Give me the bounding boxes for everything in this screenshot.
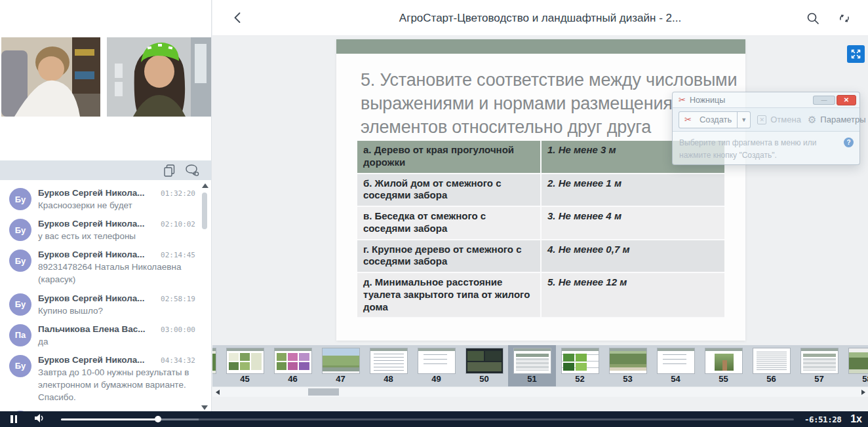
- table-cell-right: 2. Не менее 1 м: [541, 174, 724, 207]
- playback-bar: -6:51:28 1x: [0, 411, 868, 427]
- avatar: Бу: [9, 250, 31, 272]
- chat-text: у вас есть их телефоны: [38, 230, 195, 242]
- chat-message: Бу Бурков Сергей Никола...02:10:02 у вас…: [9, 219, 195, 242]
- slide-number: 53: [623, 375, 632, 383]
- table-cell-left: а. Дерево от края прогулочной дорожки: [357, 141, 541, 174]
- slide-thumbnail-50[interactable]: 50: [460, 345, 508, 386]
- slide-thumbnail[interactable]: [212, 345, 221, 386]
- help-icon[interactable]: ?: [844, 138, 854, 147]
- cancel-x-icon: ✕: [757, 115, 766, 124]
- thumbnail-image: [801, 348, 838, 373]
- filmstrip-scroll-left-icon[interactable]: [216, 390, 220, 395]
- scissors-icon: ✂: [679, 95, 686, 105]
- seek-handle[interactable]: [155, 416, 161, 422]
- sync-button[interactable]: [838, 12, 851, 28]
- filmstrip-scrollbar-thumb[interactable]: [308, 388, 339, 396]
- chat-message-list: Бу Бурков Сергей Никола...01:32:20 Красн…: [0, 181, 199, 411]
- pause-button[interactable]: [10, 415, 17, 423]
- slide-number: 54: [671, 375, 680, 383]
- table-row: а. Дерево от края прогулочной дорожки 1.…: [357, 141, 724, 174]
- chat-timestamp: 02:58:19: [161, 295, 195, 303]
- table-row: г. Крупное дерево от смежного с соседями…: [357, 240, 724, 273]
- avatar: Бу: [9, 293, 31, 316]
- video-feed-right: [107, 37, 211, 117]
- video-feed-left: [1, 37, 100, 117]
- table-cell-left: д. Минимальное расстояние туалета закрыт…: [357, 272, 541, 318]
- slide-thumbnail-53[interactable]: 53: [604, 345, 652, 386]
- chat-author: Бурков Сергей Никола...: [38, 250, 145, 259]
- slide-thumbnail-51-selected[interactable]: 51: [508, 345, 556, 386]
- search-button[interactable]: [806, 12, 819, 28]
- chat-timestamp: 02:14:45: [161, 251, 195, 259]
- chat-author: Бурков Сергей Никола...: [38, 293, 145, 303]
- time-remaining: -6:51:28: [804, 415, 841, 424]
- minimize-button[interactable]: —: [813, 96, 835, 105]
- gear-icon: ⚙: [808, 114, 816, 126]
- slide-thumbnail-56[interactable]: 56: [747, 345, 795, 386]
- options-button[interactable]: ⚙ Параметры: [808, 114, 866, 126]
- table-cell-right: 5. Не менее 12 м: [541, 272, 724, 318]
- documents-icon[interactable]: [164, 164, 175, 177]
- thumbnail-image: [658, 348, 694, 373]
- snipping-tool-titlebar[interactable]: ✂ Ножницы — ✕: [673, 92, 859, 107]
- table-row: д. Минимальное расстояние туалета закрыт…: [357, 272, 724, 318]
- chat-message: Бу Бурков Сергей Никола...01:32:20 Красн…: [9, 188, 195, 212]
- chat-scrollbar[interactable]: [201, 183, 209, 410]
- chat-message: Бу Бурков Сергей Никола...04:34:32 Завтр…: [9, 355, 195, 403]
- thumbnail-image: [275, 348, 311, 373]
- chat-scrollbar-thumb[interactable]: [202, 193, 207, 229]
- slide-thumbnail-46[interactable]: 46: [269, 345, 317, 386]
- pause-icon: [15, 415, 18, 423]
- volume-button[interactable]: [34, 413, 45, 426]
- slide-thumbnail-57[interactable]: 57: [795, 345, 843, 386]
- cancel-snip-button[interactable]: ✕ Отмена: [757, 115, 801, 124]
- slide-thumbnail-45[interactable]: 45: [221, 345, 269, 386]
- chat-timestamp: 03:00:00: [161, 325, 195, 334]
- playback-speed-button[interactable]: 1x: [850, 413, 862, 425]
- slide-thumbnail-52[interactable]: 52: [556, 345, 604, 386]
- chat-author: Бурков Сергей Никола...: [38, 219, 145, 229]
- slide-thumbnail-55[interactable]: 55: [700, 345, 747, 386]
- seek-bar[interactable]: [61, 418, 794, 420]
- thumbnail-image: [466, 348, 503, 373]
- thumbnail-image: [705, 348, 742, 373]
- chat-author: Бурков Сергей Никола...: [38, 355, 145, 365]
- slide-thumbnail-49[interactable]: 49: [412, 345, 460, 386]
- slide-number: 46: [288, 375, 297, 383]
- presentation-slide: 5. Установите соответствие между числовы…: [336, 39, 745, 341]
- slide-filmstrip: 45 46 47 48 49 50 51 52 53 54 55 56 57 5…: [212, 345, 868, 386]
- chat-message: Бу Бурков Сергей Никола...02:14:45 89231…: [9, 250, 195, 286]
- matching-table: а. Дерево от края прогулочной дорожки 1.…: [357, 141, 724, 318]
- slide-number: 49: [431, 375, 441, 383]
- chat-text: Завтра до 10-00 нужны результаты в элект…: [38, 366, 195, 403]
- avatar: Па: [9, 324, 31, 346]
- scroll-up-icon[interactable]: [202, 183, 208, 188]
- scissors-icon: ✂: [684, 115, 692, 124]
- seek-bar-buffered: [158, 418, 199, 420]
- slide-thumbnail-48[interactable]: 48: [365, 345, 412, 386]
- slide-thumbnail-54[interactable]: 54: [652, 345, 700, 386]
- close-button[interactable]: ✕: [837, 95, 856, 105]
- filmstrip-scroll-right-icon[interactable]: [861, 390, 865, 395]
- new-snip-dropdown[interactable]: ▼: [737, 112, 750, 128]
- chat-message: Па Пальчикова Елена Вас...03:00:00 да: [9, 324, 195, 348]
- slide-thumbnail-58[interactable]: 58: [843, 345, 868, 386]
- thumbnail-image: [323, 348, 359, 373]
- avatar: Бу: [9, 355, 31, 377]
- hint-text: Выберите тип фрагмента в меню или нажмит…: [679, 138, 816, 160]
- slide-thumbnail-47[interactable]: 47: [317, 345, 365, 386]
- table-cell-left: в. Беседка от смежного с соседями забора: [357, 206, 541, 240]
- fullscreen-button[interactable]: [847, 45, 865, 63]
- snipping-tool-toolbar: ✂Создать ▼ ✕ Отмена ⚙ Параметры: [673, 107, 859, 132]
- filmstrip-scrollbar[interactable]: [212, 386, 868, 397]
- thumbnail-image: [610, 348, 646, 373]
- chat-text: Купино вышло?: [38, 305, 195, 317]
- slide-number: 51: [527, 375, 536, 383]
- slide-number: 58: [862, 375, 868, 383]
- scroll-down-icon[interactable]: [201, 405, 208, 410]
- slide-number: 50: [479, 375, 488, 383]
- chat-bubbles-icon[interactable]: [186, 164, 199, 176]
- table-row: б. Жилой дом от смежного с соседями забо…: [357, 174, 724, 207]
- new-snip-button[interactable]: ✂Создать ▼: [679, 111, 751, 128]
- chat-text: Красноозерки не будет: [38, 199, 195, 212]
